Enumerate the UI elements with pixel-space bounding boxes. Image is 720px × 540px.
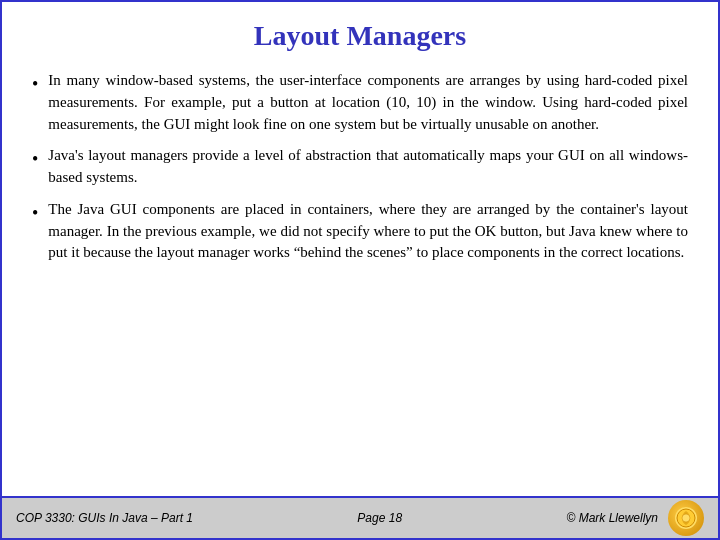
bullet-text-2: Java's layout managers provide a level o… [48,145,688,189]
bullet-item-3: • The Java GUI components are placed in … [32,199,688,264]
slide-body: • In many window-based systems, the user… [2,62,718,496]
slide: Layout Managers • In many window-based s… [0,0,720,540]
bullet-dot-1: • [32,71,38,97]
bullet-text-3: The Java GUI components are placed in co… [48,199,688,264]
footer-logo [668,500,704,536]
footer-course-label: COP 3330: GUIs In Java – Part 1 [16,511,193,525]
svg-point-1 [682,514,690,522]
bullet-item-2: • Java's layout managers provide a level… [32,145,688,189]
footer-copyright-label: © Mark Llewellyn [566,511,658,525]
slide-footer: COP 3330: GUIs In Java – Part 1 Page 18 … [2,496,718,538]
slide-title: Layout Managers [2,2,718,62]
bullet-item-1: • In many window-based systems, the user… [32,70,688,135]
logo-inner [675,507,697,529]
bullet-dot-3: • [32,200,38,226]
bullet-text-1: In many window-based systems, the user-i… [48,70,688,135]
footer-right-section: © Mark Llewellyn [566,500,704,536]
footer-page-label: Page 18 [357,511,402,525]
bullet-dot-2: • [32,146,38,172]
